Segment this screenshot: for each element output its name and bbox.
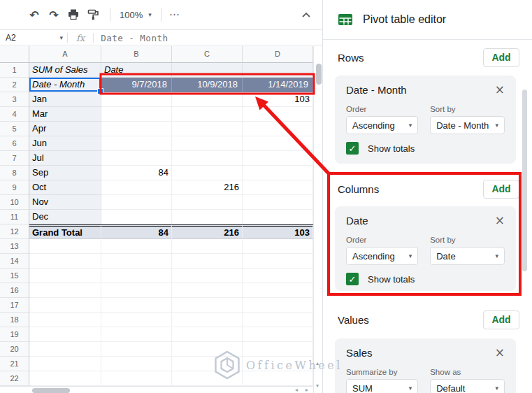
cell-A11[interactable]: Dec — [29, 210, 101, 224]
redo-icon[interactable]: ↷ — [45, 6, 63, 24]
cell-B18[interactable] — [101, 313, 172, 327]
cell-C15[interactable] — [172, 269, 243, 283]
cell-D4[interactable] — [243, 107, 313, 122]
columns-sortby-select[interactable]: Date ▾ — [430, 247, 505, 265]
cell-D14[interactable] — [243, 254, 313, 269]
select-all-corner[interactable] — [0, 46, 29, 63]
scroll-down-icon[interactable]: ▾ — [316, 383, 319, 390]
row-header-16[interactable]: 16 — [0, 283, 29, 298]
close-icon[interactable]: × — [495, 84, 505, 96]
row-header-13[interactable]: 13 — [0, 239, 29, 254]
cell-C9[interactable]: 216 — [172, 180, 243, 195]
cell-B14[interactable] — [101, 254, 172, 269]
cell-C11[interactable] — [172, 210, 243, 224]
cell-A10[interactable]: Nov — [29, 195, 101, 210]
cell-C8[interactable] — [172, 166, 243, 180]
cell-C3[interactable] — [172, 92, 243, 107]
cell-A17[interactable] — [29, 298, 101, 313]
cell-C12[interactable]: 216 — [172, 224, 243, 239]
cell-B5[interactable] — [101, 122, 172, 136]
cell-C4[interactable] — [172, 107, 243, 122]
cell-D9[interactable] — [243, 180, 313, 195]
cell-D12[interactable]: 103 — [243, 224, 313, 239]
row-header-19[interactable]: 19 — [0, 327, 29, 342]
scroll-right-icon[interactable]: ▸ — [305, 387, 308, 393]
cell-B21[interactable] — [101, 357, 172, 371]
row-header-8[interactable]: 8 — [0, 166, 29, 180]
row-header-18[interactable]: 18 — [0, 313, 29, 327]
row-header-10[interactable]: 10 — [0, 195, 29, 210]
cell-A7[interactable]: Jul — [29, 151, 101, 166]
row-header-15[interactable]: 15 — [0, 269, 29, 283]
cell-B12[interactable]: 84 — [101, 224, 172, 239]
cell-D1[interactable] — [243, 63, 313, 78]
values-add-button[interactable]: Add — [483, 310, 519, 329]
zoom-control[interactable]: 100% ▾ — [117, 10, 154, 20]
row-header-12[interactable]: 12 — [0, 224, 29, 239]
vertical-scrollbar-thumb[interactable] — [316, 64, 322, 85]
cell-B2[interactable]: 9/7/2018 — [101, 78, 172, 92]
cell-D2[interactable]: 1/14/2019 — [243, 78, 313, 92]
cell-A9[interactable]: Oct — [29, 180, 101, 195]
row-header-1[interactable]: 1 — [0, 63, 29, 78]
cell-B1[interactable]: Date — [101, 63, 172, 78]
scroll-left-icon[interactable]: ◂ — [295, 387, 298, 393]
horizontal-scrollbar-thumb[interactable] — [32, 388, 70, 393]
columns-add-button[interactable]: Add — [483, 180, 519, 199]
row-header-6[interactable]: 6 — [0, 136, 29, 151]
row-header-9[interactable]: 9 — [0, 180, 29, 195]
cell-A12[interactable]: Grand Total — [29, 224, 101, 239]
row-header-4[interactable]: 4 — [0, 107, 29, 122]
cell-D11[interactable] — [243, 210, 313, 224]
cell-C17[interactable] — [172, 298, 243, 313]
cell-B17[interactable] — [101, 298, 172, 313]
rows-add-button[interactable]: Add — [483, 48, 519, 67]
cell-A1[interactable]: SUM of Sales — [29, 63, 101, 78]
cell-A13[interactable] — [29, 239, 101, 254]
row-header-21[interactable]: 21 — [0, 357, 29, 371]
rows-order-select[interactable]: Ascending ▾ — [346, 116, 418, 134]
cell-A4[interactable]: Mar — [29, 107, 101, 122]
cell-B9[interactable] — [101, 180, 172, 195]
cell-C5[interactable] — [172, 122, 243, 136]
row-header-2[interactable]: 2 — [0, 78, 29, 92]
cell-B15[interactable] — [101, 269, 172, 283]
paint-format-icon[interactable] — [84, 6, 102, 24]
show-as-select[interactable]: Default ▾ — [430, 379, 505, 393]
column-header-C[interactable]: C — [172, 46, 243, 63]
row-header-11[interactable]: 11 — [0, 210, 29, 224]
name-box[interactable]: A2 ▾ — [0, 33, 67, 43]
cell-D6[interactable] — [243, 136, 313, 151]
cell-C16[interactable] — [172, 283, 243, 298]
cell-C1[interactable] — [172, 63, 243, 78]
cell-B19[interactable] — [101, 327, 172, 342]
cell-A18[interactable] — [29, 313, 101, 327]
cell-A19[interactable] — [29, 327, 101, 342]
cell-D5[interactable] — [243, 122, 313, 136]
row-header-7[interactable]: 7 — [0, 151, 29, 166]
cell-B6[interactable] — [101, 136, 172, 151]
cell-C2[interactable]: 10/9/2018 — [172, 78, 243, 92]
cell-C10[interactable] — [172, 195, 243, 210]
more-icon[interactable]: ⋯ — [169, 8, 180, 21]
vertical-scrollbar[interactable]: ▴ ▾ — [313, 46, 322, 393]
formula-input[interactable]: Date - Month — [101, 33, 168, 43]
cell-A14[interactable] — [29, 254, 101, 269]
cell-C18[interactable] — [172, 313, 243, 327]
cell-D7[interactable] — [243, 151, 313, 166]
cell-A16[interactable] — [29, 283, 101, 298]
cell-B7[interactable] — [101, 151, 172, 166]
horizontal-scrollbar[interactable]: ◂ ▸ — [0, 386, 313, 393]
cell-A20[interactable] — [29, 342, 101, 357]
cell-B13[interactable] — [101, 239, 172, 254]
cell-B16[interactable] — [101, 283, 172, 298]
row-header-5[interactable]: 5 — [0, 122, 29, 136]
show-totals-checkbox[interactable]: ✓ — [346, 273, 359, 285]
column-header-D[interactable]: D — [243, 46, 313, 63]
row-header-22[interactable]: 22 — [0, 371, 29, 386]
columns-order-select[interactable]: Ascending ▾ — [346, 247, 418, 265]
toolbar-collapse-icon[interactable] — [300, 9, 312, 22]
cell-B22[interactable] — [101, 371, 172, 386]
cell-D13[interactable] — [243, 239, 313, 254]
cell-B11[interactable] — [101, 210, 172, 224]
